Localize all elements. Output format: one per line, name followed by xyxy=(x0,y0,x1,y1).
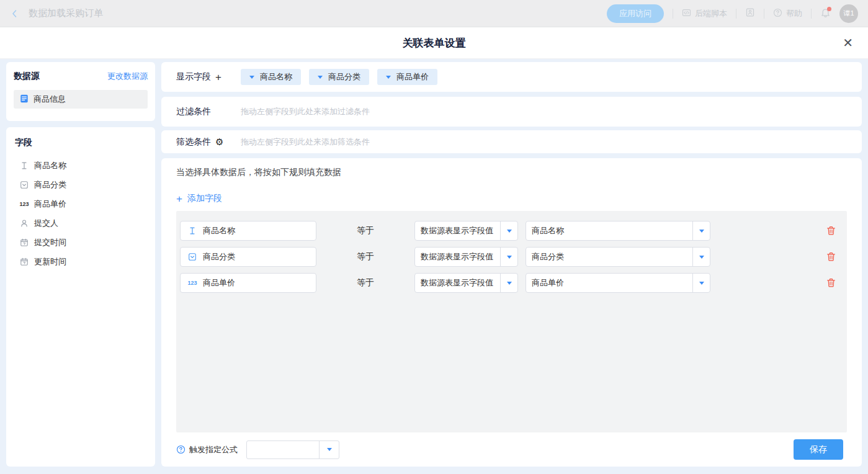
rules-list: 商品名称 等于 数据源表显示字段值 商品名称 商品分类 等于 xyxy=(176,211,847,432)
rules-hint-text: 当选择具体数据后，将按如下规则填充数据 xyxy=(176,166,341,178)
formula-select-value xyxy=(247,441,319,458)
chevron-down-icon xyxy=(500,274,517,292)
datasource-panel: 数据源 更改数据源 商品信息 xyxy=(6,62,155,121)
source-select[interactable]: 数据源表显示字段值 xyxy=(414,273,518,293)
datasource-header: 数据源 更改数据源 xyxy=(14,71,148,82)
user-field-icon xyxy=(19,219,30,228)
select-field-icon xyxy=(19,181,30,189)
form-doc-icon xyxy=(20,94,29,105)
formula-help-icon[interactable] xyxy=(176,445,186,454)
value-select[interactable]: 商品分类 xyxy=(526,247,710,267)
filter-drop-placeholder: 拖动左侧字段到此处来添加过滤条件 xyxy=(241,106,370,117)
chevron-down-icon xyxy=(500,248,517,266)
display-field-tag[interactable]: 商品名称 xyxy=(241,69,301,85)
delete-rule-icon[interactable] xyxy=(826,226,836,235)
chevron-down-icon xyxy=(318,76,323,79)
sift-condition-label: 筛选条件 ⚙ xyxy=(176,136,241,148)
number-field-icon: 123 xyxy=(187,280,198,286)
divider xyxy=(673,9,673,19)
add-field-button[interactable]: + 添加字段 xyxy=(176,193,222,204)
formula-label: 触发指定公式 xyxy=(189,444,238,455)
field-item-select[interactable]: 商品分类 xyxy=(14,175,148,194)
chevron-down-icon xyxy=(386,76,391,79)
display-field-tags: 商品名称 商品分类 商品单价 xyxy=(241,69,437,85)
change-datasource-link[interactable]: 更改数据源 xyxy=(107,71,148,82)
number-field-icon: 123 xyxy=(19,201,30,207)
formula-select[interactable] xyxy=(246,440,339,459)
display-field-tag[interactable]: 商品分类 xyxy=(309,69,369,85)
chevron-down-icon xyxy=(692,274,710,292)
modal-footer: 触发指定公式 保存 xyxy=(161,432,862,467)
date-field-icon xyxy=(19,238,30,247)
chevron-down-icon xyxy=(692,248,710,266)
value-select[interactable]: 商品单价 xyxy=(526,273,710,293)
rule-field-box[interactable]: 123 商品单价 xyxy=(180,273,316,293)
fill-rules-panel: 当选择具体数据后，将按如下规则填充数据 + 添加字段 商品名称 等于 数据源表显… xyxy=(161,158,862,467)
display-fields-label: 显示字段 + xyxy=(176,71,241,83)
topbar-right: 应用访问 后端脚本 帮助 谭1 xyxy=(607,4,858,23)
fields-panel: 字段 商品名称 商品分类 123 商品单价 提交人 提交时间 xyxy=(6,127,155,467)
gear-icon[interactable]: ⚙ xyxy=(215,137,223,146)
field-item-date2[interactable]: 更新时间 xyxy=(14,252,148,271)
date-field-icon xyxy=(19,257,30,266)
divider xyxy=(736,9,736,19)
back-icon[interactable] xyxy=(10,9,20,19)
datasource-heading: 数据源 xyxy=(14,71,40,82)
screen: 数据加载采购订单 应用访问 后端脚本 帮助 谭1 xyxy=(0,0,868,474)
source-select[interactable]: 数据源表显示字段值 xyxy=(414,247,518,267)
display-fields-row: 显示字段 + 商品名称 商品分类 商品单价 xyxy=(161,62,862,92)
close-icon[interactable]: ✕ xyxy=(843,37,853,49)
operator-label: 等于 xyxy=(357,273,374,293)
avatar[interactable]: 谭1 xyxy=(839,4,858,23)
source-select[interactable]: 数据源表显示字段值 xyxy=(414,221,518,241)
sift-condition-row[interactable]: 筛选条件 ⚙ 拖动左侧字段到此处来添加筛选条件 xyxy=(161,130,862,153)
modal-title: 关联表单设置 xyxy=(403,36,466,50)
chevron-down-icon xyxy=(692,221,710,240)
notification-bell-icon[interactable] xyxy=(820,8,831,19)
add-display-field-icon[interactable]: + xyxy=(215,72,221,83)
filter-condition-row[interactable]: 过滤条件 拖动左侧字段到此处来添加过滤条件 xyxy=(161,97,862,127)
field-item-text[interactable]: 商品名称 xyxy=(14,156,148,175)
filter-condition-label: 过滤条件 xyxy=(176,106,241,117)
notification-dot xyxy=(827,7,831,11)
plus-icon: + xyxy=(176,194,182,204)
rule-field-box[interactable]: 商品分类 xyxy=(180,247,316,267)
topbar: 数据加载采购订单 应用访问 后端脚本 帮助 谭1 xyxy=(0,0,868,27)
page-title: 数据加载采购订单 xyxy=(29,7,103,19)
display-field-tag[interactable]: 商品单价 xyxy=(377,69,437,85)
datasource-item[interactable]: 商品信息 xyxy=(14,90,148,109)
save-button[interactable]: 保存 xyxy=(794,439,843,460)
sift-drop-placeholder: 拖动左侧字段到此处来添加筛选条件 xyxy=(241,136,370,148)
operator-label: 等于 xyxy=(357,221,374,241)
select-field-icon xyxy=(187,253,198,261)
field-list: 商品名称 商品分类 123 商品单价 提交人 提交时间 更新时间 xyxy=(14,156,148,271)
value-select[interactable]: 商品名称 xyxy=(526,221,710,241)
fields-heading: 字段 xyxy=(14,137,148,148)
rule-row: 123 商品单价 等于 数据源表显示字段值 商品单价 xyxy=(176,273,847,293)
topbar-left: 数据加载采购订单 xyxy=(10,7,103,19)
rule-field-box[interactable]: 商品名称 xyxy=(180,221,316,241)
chevron-down-icon xyxy=(500,221,517,240)
field-item-date[interactable]: 提交时间 xyxy=(14,233,148,252)
field-item-user[interactable]: 提交人 xyxy=(14,213,148,233)
divider xyxy=(811,9,812,19)
delete-rule-icon[interactable] xyxy=(826,278,836,287)
operator-label: 等于 xyxy=(357,247,374,267)
app-access-button[interactable]: 应用访问 xyxy=(607,4,664,23)
modal-header: 关联表单设置 ✕ xyxy=(0,27,868,59)
code-icon xyxy=(682,8,691,19)
rule-row: 商品分类 等于 数据源表显示字段值 商品分类 xyxy=(176,247,847,267)
text-field-icon xyxy=(187,226,198,235)
field-item-number[interactable]: 123 商品单价 xyxy=(14,194,148,213)
question-icon xyxy=(773,8,782,19)
backend-script-button[interactable]: 后端脚本 xyxy=(682,8,727,19)
divider xyxy=(764,9,764,19)
chevron-down-icon xyxy=(319,441,339,458)
contact-card-button[interactable] xyxy=(745,7,755,19)
contact-card-icon xyxy=(745,7,755,19)
delete-rule-icon[interactable] xyxy=(826,252,836,261)
help-button[interactable]: 帮助 xyxy=(773,8,802,19)
text-field-icon xyxy=(19,161,30,170)
rule-row: 商品名称 等于 数据源表显示字段值 商品名称 xyxy=(176,221,847,241)
chevron-down-icon xyxy=(249,76,254,79)
